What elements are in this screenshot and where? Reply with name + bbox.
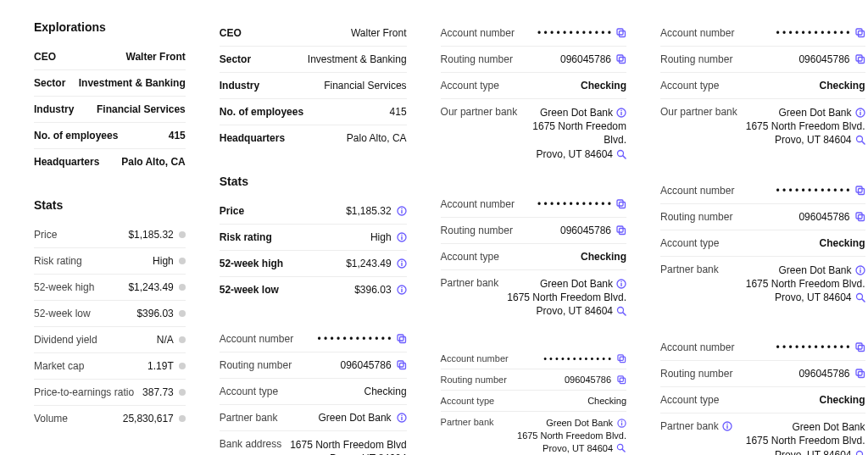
- price-value: $1,185.32: [128, 229, 173, 241]
- partner-bank-label: Partner bank: [441, 277, 499, 289]
- account-number-label: Account number: [441, 353, 509, 363]
- status-dot: [179, 258, 186, 264]
- account-type-label: Account type: [220, 386, 278, 397]
- account-number-value: • • • • • • • • • • • •: [776, 27, 849, 39]
- high52-label: 52-week high: [34, 281, 94, 293]
- routing-number-label: Routing number: [441, 375, 507, 385]
- stats-heading: Stats: [220, 175, 407, 188]
- partner-bank-value: Green Dot Bank: [319, 412, 392, 424]
- sector-value: Investment & Banking: [308, 53, 407, 65]
- copy-icon[interactable]: [855, 369, 865, 379]
- account-number-label: Account number: [441, 27, 515, 39]
- partner-bank-label: Partner bank: [220, 412, 278, 424]
- industry-value: Financial Services: [324, 80, 406, 92]
- ceo-value: Walter Front: [126, 51, 186, 63]
- partner-bank-block: Green Dot Bank 1675 North Freedom Blvd. …: [746, 420, 865, 455]
- zoom-icon[interactable]: [855, 135, 865, 145]
- account-type-label: Account type: [441, 80, 499, 92]
- partner-bank-block: Green Dot Bank 1675 North Freedom Blvd. …: [507, 277, 626, 319]
- copy-icon[interactable]: [616, 54, 626, 64]
- copy-icon[interactable]: [397, 360, 407, 370]
- explorations-heading: Explorations: [34, 20, 186, 34]
- sector-label: Sector: [220, 53, 251, 65]
- mcap-label: Market cap: [34, 360, 84, 372]
- zoom-icon[interactable]: [616, 306, 626, 316]
- zoom-icon[interactable]: [616, 149, 626, 159]
- status-dot: [179, 363, 186, 369]
- ceo-label: CEO: [34, 51, 56, 63]
- industry-label: Industry: [220, 80, 259, 92]
- ceo-value: Walter Front: [351, 27, 407, 39]
- partner-bank-block: Green Dot Bank 1675 North Freedom Blvd. …: [532, 106, 626, 161]
- our-partner-bank-label: Our partner bank: [441, 106, 518, 118]
- status-dot: [179, 415, 186, 422]
- high52-label: 52-week high: [220, 258, 283, 269]
- info-icon[interactable]: [397, 258, 407, 269]
- risk-value: High: [153, 255, 174, 267]
- copy-icon[interactable]: [855, 342, 865, 352]
- account-number-value: • • • • • • • • • • • •: [317, 333, 391, 345]
- account-type-value: Checking: [587, 396, 626, 406]
- account-number-label: Account number: [441, 198, 515, 210]
- hq-value: Palo Alto, CA: [347, 132, 407, 144]
- copy-icon[interactable]: [397, 334, 407, 344]
- our-partner-bank-label: Our partner bank: [660, 106, 737, 118]
- high52-value: $1,243.49: [128, 281, 173, 293]
- div-value: N/A: [157, 334, 174, 346]
- account-type-value: Checking: [581, 80, 626, 92]
- copy-icon[interactable]: [616, 28, 626, 38]
- info-icon[interactable]: [397, 413, 407, 423]
- employees-value: 415: [169, 130, 186, 141]
- status-dot: [179, 231, 186, 238]
- sector-value: Investment & Banking: [79, 77, 186, 89]
- account-type-value: Checking: [819, 394, 865, 406]
- routing-number-value: 096045786: [798, 211, 849, 223]
- ceo-label: CEO: [220, 27, 242, 39]
- info-icon[interactable]: [397, 232, 407, 242]
- zoom-icon[interactable]: [855, 292, 865, 302]
- copy-icon[interactable]: [616, 375, 626, 385]
- account-type-label: Account type: [441, 396, 495, 406]
- partner-bank-block: Green Dot Bank 1675 North Freedom Blvd. …: [746, 264, 865, 305]
- status-dot: [179, 336, 186, 343]
- copy-icon[interactable]: [855, 28, 865, 38]
- account-number-value: • • • • • • • • • • • •: [776, 341, 849, 353]
- routing-number-label: Routing number: [660, 53, 732, 65]
- info-icon[interactable]: [397, 206, 407, 216]
- account-number-value: • • • • • • • • • • • •: [537, 27, 611, 39]
- copy-icon[interactable]: [616, 353, 626, 363]
- info-icon[interactable]: [855, 265, 865, 275]
- routing-number-label: Routing number: [441, 53, 513, 65]
- account-number-value: • • • • • • • • • • • •: [537, 198, 611, 210]
- status-dot: [179, 310, 186, 317]
- div-label: Dividend yield: [34, 334, 97, 346]
- info-icon[interactable]: [616, 419, 626, 429]
- hq-label: Headquarters: [220, 132, 285, 144]
- copy-icon[interactable]: [855, 212, 865, 222]
- copy-icon[interactable]: [855, 186, 865, 196]
- routing-number-value: 096045786: [560, 53, 611, 65]
- partner-bank-label: Partner bank: [660, 264, 719, 275]
- account-type-value: Checking: [819, 237, 865, 249]
- employees-label: No. of employees: [220, 106, 303, 118]
- account-number-label: Account number: [660, 341, 734, 353]
- info-icon[interactable]: [397, 285, 407, 295]
- partner-bank-block: Green Dot Bank 1675 North Freedom Blvd. …: [517, 417, 626, 455]
- info-icon[interactable]: [616, 279, 626, 289]
- low52-label: 52-week low: [220, 284, 279, 296]
- copy-icon[interactable]: [616, 199, 626, 209]
- copy-icon[interactable]: [616, 225, 626, 236]
- info-icon[interactable]: [855, 108, 865, 118]
- industry-value: Financial Services: [97, 103, 186, 115]
- zoom-icon[interactable]: [855, 450, 865, 455]
- info-icon[interactable]: [722, 421, 732, 431]
- price-value: $1,185.32: [346, 205, 391, 217]
- status-dot: [179, 284, 186, 291]
- low52-label: 52-week low: [34, 308, 91, 319]
- employees-label: No. of employees: [34, 130, 118, 141]
- info-icon[interactable]: [616, 108, 626, 118]
- zoom-icon[interactable]: [616, 443, 626, 453]
- risk-label: Risk rating: [34, 255, 82, 267]
- copy-icon[interactable]: [855, 54, 865, 64]
- low52-value: $396.03: [136, 308, 173, 319]
